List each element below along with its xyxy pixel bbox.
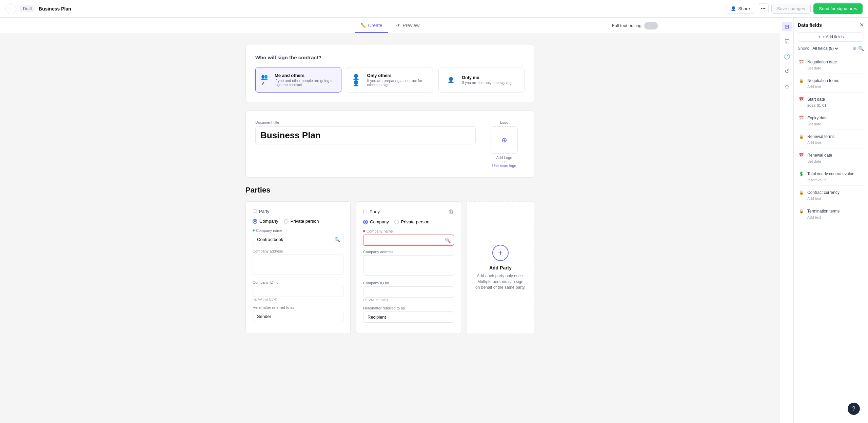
document-section: Document title Logo ⊕ Add Logo or	[245, 110, 534, 178]
tab-bar: ✏️ Create 👁 Preview Full text editing	[0, 18, 780, 34]
sign-option-only-others[interactable]: 👤👤 Only others If you are preparing a co…	[347, 67, 433, 93]
field-name-7: Contract currency	[807, 190, 840, 195]
party-1-company-name-group: Company name 🔍	[253, 228, 343, 245]
help-button[interactable]: ?	[848, 403, 860, 415]
search-icon-2: 🔍	[445, 238, 451, 243]
sign-option-only-me[interactable]: 👤 Only me If you are the only one signin…	[438, 67, 525, 93]
field-name-6: Total yearly contract value	[807, 172, 854, 176]
delete-party-2-button[interactable]: 🗑	[449, 208, 454, 215]
doc-title-row: Document title Logo ⊕ Add Logo or	[255, 120, 525, 168]
panel-close-button[interactable]: ✕	[860, 22, 864, 28]
add-fields-button[interactable]: + + Add fields	[798, 32, 864, 42]
checkbox-icon: ☑	[785, 38, 789, 45]
panel-icon-history[interactable]: ↺	[782, 66, 792, 76]
party-1-address-label: Company address	[253, 249, 343, 253]
add-party-card[interactable]: + Add Party Add each party only once. Mu…	[467, 201, 534, 334]
party-1-company-id-input[interactable]	[253, 286, 343, 297]
back-icon: ←	[8, 6, 13, 11]
fields-list: 📅 Negotiation date Set date 🔒 Negotiatio…	[798, 55, 864, 223]
party-2-company-id-group: Company ID no. i.e. VAT or CVR)	[363, 281, 454, 302]
field-type-icon-5: 📅	[798, 152, 805, 159]
show-label: Show:	[798, 46, 809, 51]
logo-upload-btn[interactable]: ⊕	[491, 126, 518, 154]
field-value-3: Set date	[807, 122, 864, 126]
party-2-company-radio[interactable]: Company	[363, 219, 389, 224]
parties-title: Parties	[245, 186, 534, 195]
field-value-1: Add text	[807, 85, 864, 89]
tab-preview[interactable]: 👁 Preview	[391, 19, 425, 33]
field-item-5[interactable]: 📅 Renewal date Set date	[798, 148, 864, 167]
sign-option-desc-3: If you are the only one signing	[462, 81, 512, 85]
full-text-switch[interactable]	[644, 22, 658, 29]
party-card-1: ☐ Party Company Private person	[245, 201, 351, 334]
field-item-0[interactable]: 📅 Negotiation date Set date	[798, 55, 864, 74]
field-item-2[interactable]: 📅 Start date 2022-01-01	[798, 93, 864, 111]
party-2-company-name-label: Company name	[363, 229, 454, 233]
field-item-4[interactable]: 🔒 Renewal terms Add text	[798, 130, 864, 148]
field-value-5: Set date	[807, 159, 864, 163]
eye-icon: 👁	[396, 23, 401, 28]
party-1-hereinafter-input[interactable]	[253, 311, 343, 322]
field-item-7[interactable]: 🔒 Contract currency Add text	[798, 186, 864, 204]
party-1-company-id-label: Company ID no.	[253, 280, 343, 284]
party-2-company-name-input[interactable]	[363, 235, 454, 246]
history-icon: ↺	[785, 68, 789, 75]
party-2-address-input[interactable]	[363, 255, 454, 276]
panel-icon-bar: ⊞ ☑ 🕐 ↺ ◇	[780, 18, 794, 423]
share-button[interactable]: 👤 Share	[726, 4, 755, 14]
more-button[interactable]: •••	[758, 3, 769, 14]
topbar: ← Draft Business Plan 👤 Share ••• Save c…	[0, 0, 868, 18]
sign-card: Who will sign the contract? 👥✓ Me and ot…	[245, 45, 534, 102]
fields-icon: ⊞	[785, 23, 789, 30]
radio-dot-2-unchecked	[394, 220, 399, 224]
field-name-1: Negotiation terms	[807, 78, 839, 83]
party-2-hereinafter-group: Hereinafter referred to as	[363, 306, 454, 323]
document-title-input[interactable]	[255, 126, 476, 144]
party-2-label: ☐ Party	[363, 209, 380, 214]
party-1-private-radio[interactable]: Private person	[284, 219, 319, 224]
party-icon-2: ☐	[363, 209, 368, 214]
clock-icon: 🕐	[784, 53, 790, 60]
panel-icon-fields[interactable]: ⊞	[782, 22, 792, 31]
field-value-6: Insert value	[807, 178, 864, 182]
search-filter-icon[interactable]: 🔍	[858, 46, 864, 51]
field-type-icon-2: 📅	[798, 96, 805, 103]
field-type-icon-6: 💲	[798, 170, 805, 177]
party-2-company-id-input[interactable]	[363, 286, 454, 298]
field-item-8[interactable]: 🔒 Termination terms Add text	[798, 204, 864, 223]
save-button[interactable]: Save changes	[771, 4, 811, 14]
party-1-label: ☐ Party	[253, 208, 269, 214]
parties-section: Parties ☐ Party Com	[245, 186, 534, 334]
field-item-1[interactable]: 🔒 Negotiation terms Add text	[798, 74, 864, 93]
send-signatures-button[interactable]: Send for signatures	[813, 3, 863, 14]
panel-icon-diamond[interactable]: ◇	[782, 81, 792, 91]
sign-option-me-and-others[interactable]: 👥✓ Me and others If you and other people…	[255, 67, 341, 93]
party-2-private-radio[interactable]: Private person	[394, 219, 430, 224]
party-1-company-name-label: Company name	[253, 228, 343, 233]
topbar-right: 👤 Share ••• Save changes Send for signat…	[726, 3, 863, 14]
field-item-6[interactable]: 💲 Total yearly contract value Insert val…	[798, 167, 864, 186]
search-icon-1: 🔍	[334, 237, 340, 242]
party-2-company-address-group: Company address	[363, 250, 454, 277]
fields-filter-select[interactable]: All fields (9)	[811, 46, 839, 51]
filter-icon[interactable]: ⚙	[852, 46, 857, 51]
field-name-2: Start date	[807, 97, 825, 102]
party-1-address-input[interactable]	[253, 255, 343, 275]
required-dot	[253, 229, 255, 231]
panel-icon-checkbox[interactable]: ☑	[782, 37, 792, 46]
party-1-company-name-input[interactable]	[253, 234, 343, 245]
panel-icon-clock[interactable]: 🕐	[782, 52, 792, 61]
field-value-4: Add text	[807, 141, 864, 145]
sign-option-title-2: Only others	[367, 73, 427, 78]
back-button[interactable]: ←	[5, 3, 16, 14]
field-type-icon-0: 📅	[798, 59, 805, 65]
share-icon: 👤	[731, 6, 736, 11]
doc-title-label: Document title	[255, 120, 476, 124]
field-item-3[interactable]: 📅 Expiry date Set date	[798, 111, 864, 130]
party-2-hereinafter-input[interactable]	[363, 311, 454, 323]
show-filter-row: Show: All fields (9) ⚙ 🔍	[798, 46, 864, 51]
tab-create[interactable]: ✏️ Create	[355, 19, 388, 33]
party-1-company-radio[interactable]: Company	[253, 219, 278, 224]
field-value-7: Add text	[807, 197, 864, 201]
full-text-toggle: Full text editing	[612, 22, 658, 29]
